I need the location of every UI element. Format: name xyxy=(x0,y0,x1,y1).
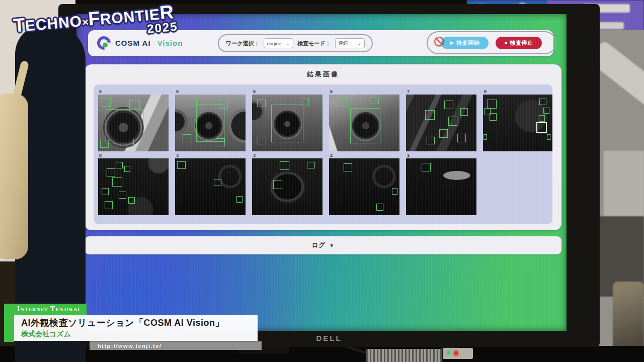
tile-count-label: 3 xyxy=(175,152,246,158)
detection-box xyxy=(448,117,457,126)
detection-box xyxy=(338,99,347,107)
detection-box xyxy=(124,166,131,172)
tile-count-label: 7 xyxy=(406,88,476,95)
chevron-down-icon: ⌄ xyxy=(357,41,361,46)
inspection-image xyxy=(252,95,323,151)
result-tile: 1 xyxy=(406,152,476,215)
lower-third-caption: AI外観検査ソリューション「COSM AI Vision」 株式会社コズム xyxy=(14,315,258,341)
detection-box xyxy=(376,204,383,211)
inspection-buttons-group: ▶ 検査開始 ■ 検査停止 xyxy=(427,31,556,54)
detection-box xyxy=(392,188,397,195)
result-tile: 7 xyxy=(406,88,476,151)
log-label: ログ xyxy=(312,241,326,250)
mode-label: 検査モード： xyxy=(297,40,331,47)
detection-box xyxy=(105,201,113,209)
detection-box xyxy=(539,99,546,106)
detection-box xyxy=(128,197,135,204)
detection-box xyxy=(490,113,497,121)
monitor: COSM AI Vision ワーク選択： engine ⌄ 検査モード： 連続… xyxy=(58,4,600,347)
result-tile: 2 xyxy=(329,152,399,215)
detection-box xyxy=(112,177,122,187)
detection-box xyxy=(425,110,435,120)
detection-box xyxy=(344,163,352,171)
tile-count-label: 9 xyxy=(483,88,552,95)
app-brand: COSM AI Vision xyxy=(97,36,183,50)
result-tile: 6 xyxy=(98,88,169,151)
green-led xyxy=(447,351,450,354)
logo-letters: ECHNO xyxy=(24,13,83,34)
play-icon: ▶ xyxy=(450,40,454,45)
tile-count-label: 1 xyxy=(406,152,476,158)
caption-title: AI外観検査ソリューション「COSM AI Vision」 xyxy=(21,317,258,329)
detection-box xyxy=(183,134,191,142)
detection-box xyxy=(116,162,123,169)
detection-box xyxy=(307,162,314,169)
detection-box xyxy=(350,108,380,143)
stop-button-label: 検査停止 xyxy=(510,39,533,47)
result-tile: 3 xyxy=(175,152,246,215)
inspection-image xyxy=(175,158,246,215)
mode-value: 連続 xyxy=(339,40,348,47)
detection-box xyxy=(236,196,243,203)
detection-box xyxy=(301,99,309,106)
inspection-image xyxy=(483,95,552,151)
inspection-image xyxy=(406,158,476,215)
results-panel: 結果画像 65667983321 xyxy=(85,64,561,230)
tile-count-label: 8 xyxy=(98,152,169,158)
stop-icon: ■ xyxy=(505,40,507,45)
detection-box xyxy=(543,108,549,114)
detection-box xyxy=(370,98,379,105)
video-frame: COSM AI Vision ワーク選択： engine ⌄ 検査モード： 連続… xyxy=(0,0,644,362)
detection-box xyxy=(102,98,111,107)
vented-device xyxy=(366,349,442,362)
logo-year: 2025 xyxy=(146,19,179,36)
url-text: http://www.tenji.tv/ xyxy=(98,343,162,349)
brand-name-secondary: Vision xyxy=(157,39,183,47)
inspection-controls-group: ワーク選択： engine ⌄ 検査モード： 連続 ⌄ xyxy=(218,34,373,52)
log-expander[interactable]: ログ ▼ xyxy=(85,236,561,254)
result-tile: 6 xyxy=(252,88,323,151)
tile-count-label: 2 xyxy=(329,152,399,158)
detection-box xyxy=(133,139,142,147)
detection-box xyxy=(100,140,109,148)
work-select-label: ワーク選択： xyxy=(226,40,260,47)
detection-box xyxy=(258,137,266,145)
detection-box xyxy=(536,122,547,133)
inspection-image xyxy=(329,158,399,215)
caption-company: 株式会社コズム xyxy=(21,330,258,339)
detection-box xyxy=(427,137,435,145)
cosm-logo-dot xyxy=(102,41,109,48)
inspection-image xyxy=(252,158,323,215)
detection-box xyxy=(216,138,225,146)
blocked-cursor-icon: 🚫 xyxy=(434,36,444,47)
detection-box xyxy=(219,101,228,109)
detection-box xyxy=(439,129,448,138)
detection-box xyxy=(539,115,545,122)
start-button-label: 検査開始 xyxy=(456,39,479,47)
detection-box xyxy=(129,100,140,109)
caret-down-icon: ▼ xyxy=(329,243,334,248)
result-tile: 5 xyxy=(175,88,246,151)
detection-box xyxy=(106,109,143,143)
detection-box xyxy=(214,179,221,187)
detection-box xyxy=(422,163,431,171)
equipment-box xyxy=(604,151,644,221)
dell-logo: DELL xyxy=(316,334,342,342)
stop-inspection-button[interactable]: ■ 検査停止 xyxy=(496,37,542,49)
inspection-image xyxy=(329,95,399,151)
inspection-image xyxy=(98,95,169,151)
detection-box xyxy=(119,192,126,199)
result-tile: 8 xyxy=(98,152,169,215)
red-led xyxy=(454,351,458,355)
results-title: 結果画像 xyxy=(85,64,561,79)
detection-box xyxy=(177,161,186,169)
work-select-dropdown[interactable]: engine ⌄ xyxy=(264,38,293,48)
cosm-logo-icon xyxy=(94,33,113,52)
mode-dropdown[interactable]: 連続 ⌄ xyxy=(335,38,365,48)
start-inspection-button[interactable]: ▶ 検査開始 xyxy=(441,37,489,49)
detection-box xyxy=(484,134,487,140)
detection-box xyxy=(271,105,303,142)
detection-box xyxy=(273,180,282,189)
detection-box xyxy=(547,134,550,140)
work-select-value: engine xyxy=(267,41,282,46)
